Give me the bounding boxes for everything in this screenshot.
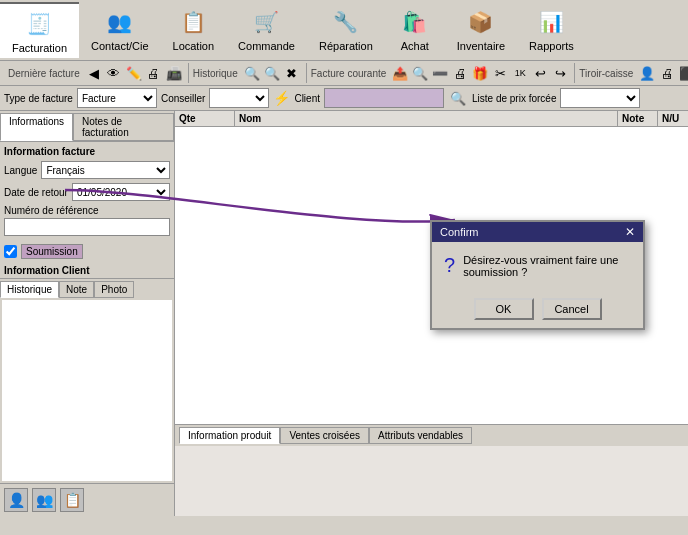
dialog-message: Désirez-vous vraiment faire une soumissi… [463, 254, 631, 278]
dialog-question-icon: ? [444, 254, 455, 277]
dialog-buttons: OK Cancel [432, 290, 643, 328]
dialog-close-button[interactable]: ✕ [625, 225, 635, 239]
dialog-title-text: Confirm [440, 226, 479, 238]
dialog-cancel-button[interactable]: Cancel [542, 298, 602, 320]
dialog-ok-button[interactable]: OK [474, 298, 534, 320]
confirm-dialog: Confirm ✕ ? Désirez-vous vraiment faire … [430, 220, 645, 330]
dialog-body: ? Désirez-vous vraiment faire une soumis… [432, 242, 643, 290]
dialog-titlebar: Confirm ✕ [432, 222, 643, 242]
dialog-overlay: Confirm ✕ ? Désirez-vous vraiment faire … [0, 0, 688, 535]
